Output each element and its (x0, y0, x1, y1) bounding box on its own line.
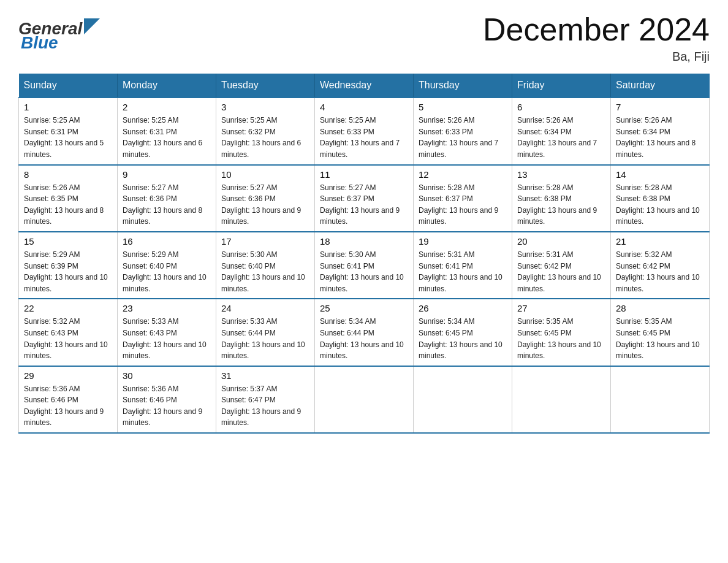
day-number: 19 (419, 236, 507, 247)
day-info: Sunrise: 5:31 AM Sunset: 6:42 PM Dayligh… (517, 249, 605, 294)
sunset-label: Sunset: 6:46 PM (123, 396, 177, 404)
sunrise-label: Sunrise: 5:32 AM (616, 250, 672, 259)
sunrise-label: Sunrise: 5:36 AM (123, 385, 178, 393)
sunrise-label: Sunrise: 5:28 AM (419, 183, 474, 192)
sunset-label: Sunset: 6:43 PM (24, 329, 78, 337)
header-row: Sunday Monday Tuesday Wednesday Thursday… (19, 74, 710, 98)
sunrise-label: Sunrise: 5:29 AM (24, 250, 80, 259)
day-info: Sunrise: 5:34 AM Sunset: 6:45 PM Dayligh… (419, 316, 507, 361)
day-info: Sunrise: 5:31 AM Sunset: 6:41 PM Dayligh… (419, 249, 507, 294)
daylight-label: Daylight: 13 hours and 7 minutes. (517, 139, 597, 159)
sunrise-label: Sunrise: 5:28 AM (616, 183, 672, 192)
calendar-week-1: 1 Sunrise: 5:25 AM Sunset: 6:31 PM Dayli… (19, 98, 710, 164)
day-info: Sunrise: 5:34 AM Sunset: 6:44 PM Dayligh… (320, 316, 408, 361)
sunrise-label: Sunrise: 5:27 AM (221, 183, 277, 192)
calendar-cell: 18 Sunrise: 5:30 AM Sunset: 6:41 PM Dayl… (315, 232, 414, 299)
sunrise-label: Sunrise: 5:33 AM (221, 317, 277, 326)
daylight-label: Daylight: 13 hours and 6 minutes. (221, 139, 301, 159)
sunrise-label: Sunrise: 5:31 AM (419, 250, 474, 259)
sunrise-label: Sunrise: 5:32 AM (24, 317, 80, 326)
calendar-cell: 31 Sunrise: 5:37 AM Sunset: 6:47 PM Dayl… (216, 366, 315, 433)
sunrise-label: Sunrise: 5:26 AM (616, 116, 672, 124)
day-info: Sunrise: 5:26 AM Sunset: 6:35 PM Dayligh… (24, 182, 112, 228)
col-friday: Friday (512, 74, 611, 98)
day-number: 15 (24, 236, 112, 247)
sunrise-label: Sunrise: 5:27 AM (123, 183, 178, 192)
day-info: Sunrise: 5:28 AM Sunset: 6:37 PM Dayligh… (419, 182, 507, 228)
sunrise-label: Sunrise: 5:33 AM (123, 317, 178, 326)
day-number: 5 (419, 102, 507, 112)
sunset-label: Sunset: 6:47 PM (221, 396, 276, 404)
col-sunday: Sunday (19, 74, 118, 98)
daylight-label: Daylight: 13 hours and 10 minutes. (419, 340, 502, 361)
day-number: 8 (24, 169, 112, 180)
sunrise-label: Sunrise: 5:26 AM (419, 116, 474, 124)
day-number: 1 (24, 102, 112, 112)
sunrise-label: Sunrise: 5:25 AM (24, 116, 80, 124)
day-number: 22 (24, 303, 112, 313)
calendar-cell: 5 Sunrise: 5:26 AM Sunset: 6:33 PM Dayli… (414, 98, 512, 164)
calendar-cell: 13 Sunrise: 5:28 AM Sunset: 6:38 PM Dayl… (512, 165, 611, 232)
calendar-cell: 6 Sunrise: 5:26 AM Sunset: 6:34 PM Dayli… (512, 98, 611, 164)
daylight-label: Daylight: 13 hours and 10 minutes. (616, 206, 700, 226)
sunset-label: Sunset: 6:31 PM (24, 128, 78, 136)
day-number: 12 (419, 169, 507, 180)
sunset-label: Sunset: 6:33 PM (320, 128, 374, 136)
day-number: 14 (616, 169, 704, 180)
daylight-label: Daylight: 13 hours and 10 minutes. (419, 273, 502, 293)
calendar-cell: 28 Sunrise: 5:35 AM Sunset: 6:45 PM Dayl… (611, 299, 710, 366)
calendar-cell: 21 Sunrise: 5:32 AM Sunset: 6:42 PM Dayl… (611, 232, 710, 299)
sunrise-label: Sunrise: 5:27 AM (320, 183, 376, 192)
sunrise-label: Sunrise: 5:37 AM (221, 385, 277, 393)
calendar-subtitle: Ba, Fiji (483, 50, 710, 64)
calendar-cell: 27 Sunrise: 5:35 AM Sunset: 6:45 PM Dayl… (512, 299, 611, 366)
day-info: Sunrise: 5:29 AM Sunset: 6:40 PM Dayligh… (123, 249, 211, 294)
sunset-label: Sunset: 6:45 PM (419, 329, 473, 337)
day-info: Sunrise: 5:28 AM Sunset: 6:38 PM Dayligh… (616, 182, 704, 228)
day-number: 27 (517, 303, 605, 313)
daylight-label: Daylight: 13 hours and 10 minutes. (123, 340, 207, 361)
daylight-label: Daylight: 13 hours and 10 minutes. (221, 340, 305, 361)
day-info: Sunrise: 5:29 AM Sunset: 6:39 PM Dayligh… (24, 249, 112, 294)
calendar-cell (414, 366, 512, 433)
calendar-cell: 15 Sunrise: 5:29 AM Sunset: 6:39 PM Dayl… (19, 232, 118, 299)
day-number: 29 (24, 370, 112, 381)
daylight-label: Daylight: 13 hours and 10 minutes. (221, 273, 305, 293)
day-number: 9 (123, 169, 211, 180)
calendar-header: Sunday Monday Tuesday Wednesday Thursday… (19, 74, 710, 98)
daylight-label: Daylight: 13 hours and 8 minutes. (616, 139, 696, 159)
day-number: 13 (517, 169, 605, 180)
calendar-cell: 12 Sunrise: 5:28 AM Sunset: 6:37 PM Dayl… (414, 165, 512, 232)
day-number: 26 (419, 303, 507, 313)
day-number: 24 (221, 303, 309, 313)
sunset-label: Sunset: 6:42 PM (616, 262, 670, 270)
sunrise-label: Sunrise: 5:36 AM (24, 385, 80, 393)
day-info: Sunrise: 5:25 AM Sunset: 6:32 PM Dayligh… (221, 115, 309, 160)
sunset-label: Sunset: 6:32 PM (221, 128, 276, 136)
sunset-label: Sunset: 6:36 PM (123, 194, 177, 203)
col-monday: Monday (118, 74, 216, 98)
day-info: Sunrise: 5:27 AM Sunset: 6:37 PM Dayligh… (320, 182, 408, 228)
calendar-cell: 26 Sunrise: 5:34 AM Sunset: 6:45 PM Dayl… (414, 299, 512, 366)
day-info: Sunrise: 5:33 AM Sunset: 6:44 PM Dayligh… (221, 316, 309, 361)
sunset-label: Sunset: 6:37 PM (320, 194, 374, 203)
day-info: Sunrise: 5:33 AM Sunset: 6:43 PM Dayligh… (123, 316, 211, 361)
day-number: 20 (517, 236, 605, 247)
day-info: Sunrise: 5:27 AM Sunset: 6:36 PM Dayligh… (221, 182, 309, 228)
calendar-week-3: 15 Sunrise: 5:29 AM Sunset: 6:39 PM Dayl… (19, 232, 710, 299)
sunset-label: Sunset: 6:41 PM (419, 262, 473, 270)
day-info: Sunrise: 5:25 AM Sunset: 6:31 PM Dayligh… (123, 115, 211, 160)
sunrise-label: Sunrise: 5:34 AM (320, 317, 376, 326)
daylight-label: Daylight: 13 hours and 10 minutes. (123, 273, 207, 293)
daylight-label: Daylight: 13 hours and 10 minutes. (320, 273, 404, 293)
calendar-cell: 25 Sunrise: 5:34 AM Sunset: 6:44 PM Dayl… (315, 299, 414, 366)
sunrise-label: Sunrise: 5:25 AM (123, 116, 178, 124)
day-info: Sunrise: 5:36 AM Sunset: 6:46 PM Dayligh… (24, 383, 112, 429)
calendar-cell: 8 Sunrise: 5:26 AM Sunset: 6:35 PM Dayli… (19, 165, 118, 232)
sunset-label: Sunset: 6:40 PM (123, 262, 177, 270)
calendar-cell: 23 Sunrise: 5:33 AM Sunset: 6:43 PM Dayl… (118, 299, 216, 366)
day-info: Sunrise: 5:28 AM Sunset: 6:38 PM Dayligh… (517, 182, 605, 228)
day-info: Sunrise: 5:36 AM Sunset: 6:46 PM Dayligh… (123, 383, 211, 429)
calendar-cell: 30 Sunrise: 5:36 AM Sunset: 6:46 PM Dayl… (118, 366, 216, 433)
sunset-label: Sunset: 6:45 PM (517, 329, 572, 337)
